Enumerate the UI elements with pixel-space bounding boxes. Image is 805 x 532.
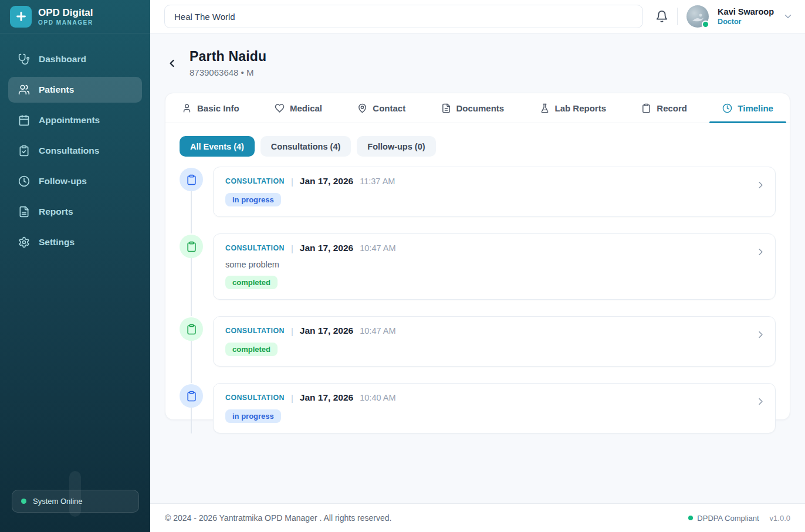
stethoscope-icon [18,53,30,65]
event-separator: | [291,177,293,187]
user-icon [182,103,192,113]
tab-basic-info[interactable]: Basic Info [182,93,239,123]
sidebar-item-label: Consultations [39,145,99,156]
event-card-head: CONSULTATION | Jan 17, 2026 10:47 AM [225,243,747,253]
user-name: Kavi Swaroop [718,7,774,17]
event-type: CONSULTATION [225,394,285,402]
tab-contact[interactable]: Contact [357,93,405,123]
sidebar-item-consultations[interactable]: Consultations [8,138,142,164]
event-card[interactable]: CONSULTATION | Jan 17, 2026 10:47 AM com… [213,316,776,367]
topbar-divider [677,8,678,25]
sidebar-item-label: Dashboard [39,54,86,65]
main-area: Kavi Swaroop Doctor Parth Naidu 87390636… [150,0,805,532]
chevron-right-icon[interactable] [755,179,766,191]
tab-documents[interactable]: Documents [441,93,505,123]
sidebar-item-label: Appointments [39,115,100,126]
chevron-right-icon[interactable] [755,329,766,340]
notifications-button[interactable] [655,10,668,23]
tab-bar: Basic Info Medical Contact Documents Lab… [165,93,790,123]
tab-label: Record [657,103,687,113]
sidebar-item-reports[interactable]: Reports [8,199,142,225]
event-card-head: CONSULTATION | Jan 17, 2026 10:40 AM [225,392,747,403]
event-separator: | [291,326,293,336]
patient-id-gender: 8739063648 • M [190,67,266,77]
sidebar-item-label: Follow-ups [39,176,87,187]
sidebar-item-settings[interactable]: Settings [8,229,142,255]
clipboard-icon [641,103,651,113]
timeline-panel-body: All Events (4) Consultations (4) Follow-… [165,123,790,433]
map-pin-icon [357,103,367,113]
sidebar-item-dashboard[interactable]: Dashboard [8,46,142,72]
timeline-item: CONSULTATION | Jan 17, 2026 10:47 AM com… [180,316,776,383]
sidebar-item-label: Reports [39,206,73,217]
event-card-head: CONSULTATION | Jan 17, 2026 10:47 AM [225,326,747,336]
sidebar-item-followups[interactable]: Follow-ups [8,168,142,194]
calendar-icon [18,114,30,126]
timeline-item: CONSULTATION | Jan 17, 2026 10:40 AM in … [180,383,776,433]
compliance-label: DPDPA Compliant [697,514,759,523]
app-version: v1.0.0 [770,514,790,523]
sidebar-nav: Dashboard Patients Appointments Consulta… [0,33,150,268]
clipboard-icon [180,384,203,408]
tab-timeline[interactable]: Timeline [722,93,773,123]
filter-consultations[interactable]: Consultations (4) [261,136,351,157]
tab-label: Basic Info [197,103,239,113]
user-info[interactable]: Kavi Swaroop Doctor [718,7,774,26]
gear-icon [18,236,30,248]
file-text-icon [18,206,30,218]
event-time: 11:37 AM [360,177,395,186]
event-type: CONSULTATION [225,244,285,252]
chevron-down-icon[interactable] [783,11,793,22]
system-status-badge: System Online [12,490,139,513]
sidebar: OPD Digital OPD MANAGER Dashboard Patien… [0,0,150,532]
patient-header: Parth Naidu 8739063648 • M [165,49,790,77]
tab-label: Medical [290,103,322,113]
back-button[interactable] [165,56,179,70]
topbar-right: Kavi Swaroop Doctor [655,5,793,28]
topbar: Kavi Swaroop Doctor [150,0,805,33]
users-icon [18,84,30,96]
event-card[interactable]: CONSULTATION | Jan 17, 2026 10:40 AM in … [213,383,776,433]
clipboard-icon [180,168,203,191]
bell-icon [655,10,668,23]
event-type: CONSULTATION [225,177,285,185]
event-separator: | [291,393,293,403]
tab-label: Lab Reports [555,103,607,113]
event-filters: All Events (4) Consultations (4) Follow-… [180,136,776,157]
event-card[interactable]: CONSULTATION | Jan 17, 2026 10:47 AM som… [213,233,776,300]
avatar[interactable] [686,5,709,28]
search-input[interactable] [164,5,643,28]
flask-icon [540,103,550,113]
event-date: Jan 17, 2026 [300,392,353,403]
status-badge: in progress [225,409,281,423]
event-time: 10:47 AM [360,243,395,253]
chevron-right-icon[interactable] [755,396,766,407]
event-type: CONSULTATION [225,327,285,335]
filter-followups[interactable]: Follow-ups (0) [357,136,435,157]
event-time: 10:40 AM [360,393,395,402]
filter-all-events[interactable]: All Events (4) [180,136,255,157]
event-description: some problem [225,260,747,269]
clipboard-check-icon [18,145,30,157]
heart-icon [275,103,285,113]
status-badge: completed [225,343,278,356]
status-badge: completed [225,276,278,289]
footer: © 2024 - 2026 Yantratmika OPD Manager . … [150,503,805,532]
sidebar-item-appointments[interactable]: Appointments [8,107,142,133]
tab-medical[interactable]: Medical [275,93,322,123]
event-separator: | [291,243,293,253]
event-card[interactable]: CONSULTATION | Jan 17, 2026 11:37 AM in … [213,167,776,217]
clock-icon [18,175,30,187]
system-status-label: System Online [33,497,83,506]
tab-lab-reports[interactable]: Lab Reports [540,93,607,123]
sidebar-item-label: Patients [39,84,74,95]
tab-label: Documents [456,103,505,113]
patient-panel: Basic Info Medical Contact Documents Lab… [165,93,790,420]
sidebar-item-label: Settings [39,237,75,248]
status-badge: in progress [225,193,281,206]
chevron-right-icon[interactable] [755,246,766,257]
sidebar-item-patients[interactable]: Patients [8,77,142,103]
event-card-head: CONSULTATION | Jan 17, 2026 11:37 AM [225,176,747,187]
tab-record[interactable]: Record [641,93,687,123]
page-title: Parth Naidu [190,49,266,65]
